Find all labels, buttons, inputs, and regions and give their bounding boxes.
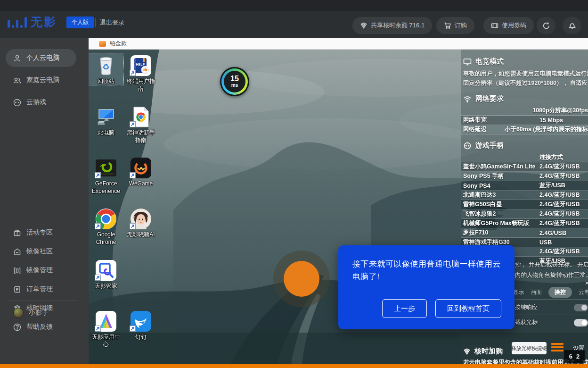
latency-floating-ball[interactable]: 15 ms [220, 67, 249, 96]
desktop-icon[interactable]: 终端用户指南 [123, 53, 158, 92]
desktop-icon-label: 无影晓颖AI [123, 231, 158, 238]
previous-step-button[interactable]: 上一步 [382, 299, 427, 318]
desktop-icon[interactable]: 无影应用中心 [89, 309, 123, 348]
desktop-icon[interactable]: 回收站 [89, 53, 123, 85]
gamepad-title: 游戏手柄 [475, 141, 504, 150]
bell-icon [568, 22, 576, 30]
gamepad-table-header: 连接方式 [461, 153, 588, 162]
shortcut-arrow-icon [130, 70, 136, 76]
notifications-button[interactable] [563, 17, 581, 34]
edition-badge: 个人版 [66, 17, 94, 28]
stat-badge: 6 2 [564, 350, 585, 363]
sidebar-item-label: 家庭云电脑 [26, 76, 59, 84]
stat-badge-left: 6 [569, 353, 572, 360]
refresh-button[interactable] [537, 17, 555, 34]
sidebar-item-label: 镜像社区 [26, 247, 53, 256]
shortcut-arrow-icon [130, 172, 136, 178]
desktop-icon[interactable]: WeGame [123, 156, 158, 187]
cart-icon [444, 22, 451, 29]
esports-section-header: 电竞模式 [461, 57, 588, 66]
logout-link[interactable]: 退出登录 [95, 18, 124, 27]
sidebar-item-icon [13, 285, 21, 293]
sidebar-item[interactable]: 帮助反馈 [6, 318, 76, 336]
sidebar-item[interactable]: 家庭云电脑 [6, 71, 76, 89]
settings-tab[interactable]: 画面 [531, 288, 542, 296]
desktop-icon-label: GeForce Experience [89, 180, 123, 195]
toggle-switch[interactable] [574, 319, 588, 326]
desktop-icon[interactable]: 此电脑 [89, 105, 123, 136]
voucher-label: 使用券码 [502, 21, 526, 30]
ticket-icon [491, 22, 498, 29]
sidebar-divider [7, 301, 77, 301]
touch-indicator-dot [284, 261, 319, 297]
gamepad-table-row: Sony PS4蓝牙/USB [461, 181, 588, 191]
desktop-icon[interactable]: Google Chrome [89, 207, 123, 246]
desktop-icon[interactable]: GeForce Experience [89, 156, 123, 195]
shortcut-arrow-icon [95, 172, 101, 178]
wifi-icon [463, 95, 472, 103]
purchase-title: 核时加购 [474, 347, 503, 356]
core-time-balance-label: 共享核时余额 716.1 [371, 21, 425, 30]
sidebar-item-label: 活动专区 [26, 228, 53, 237]
sidebar-user[interactable]: 小影子 [13, 308, 49, 318]
close-icon[interactable]: ✕ [585, 280, 588, 286]
gamepad-table-row: 罗技F7102.4G/USB [461, 228, 588, 238]
core-time-balance[interactable]: 共享核时余额 716.1 [352, 17, 432, 34]
bottom-accent-bar [0, 364, 588, 368]
esports-desc-line2: 固定分辨率（建议不超过1920*1080）， 自适应分辨率或 [461, 78, 588, 88]
tutorial-message: 接下来就可以像使用普通电脑一样使用云电脑了! [338, 245, 514, 283]
app-header: 无影 个人版 退出登录 共享核时余额 716.1 订购 使用券码 [0, 0, 588, 38]
sidebar-item[interactable]: 个人云电脑 [6, 49, 76, 67]
shortcut-arrow-icon [95, 326, 101, 332]
desktop-icon[interactable]: 无影管家 [89, 258, 123, 290]
wuying-client-window: 无影 个人版 退出登录 共享核时余额 716.1 订购 使用券码 个人云电脑 [0, 0, 588, 368]
settings-tab[interactable]: 操控 [548, 287, 572, 298]
settings-tab[interactable]: 云电脑功 [579, 288, 588, 296]
sidebar-item[interactable]: 镜像社区 [6, 243, 76, 260]
sidebar-item[interactable]: 活动专区 [6, 224, 76, 242]
order-label: 订购 [455, 21, 467, 30]
desktop-icon-label: 无影管家 [89, 282, 123, 290]
desktop-icon[interactable]: 无影晓颖AI [123, 207, 158, 238]
sidebar-item-label: 个人云电脑 [26, 54, 59, 62]
tutorial-dialog: 接下来就可以像使用普通电脑一样使用云电脑了! 上一步 回到教程首页 [338, 245, 514, 329]
desktop-icon-label: WeGame [123, 180, 158, 187]
sidebar-item-icon [13, 99, 21, 107]
sidebar-item-icon [13, 267, 21, 275]
network-section-header: 网络要求 [461, 94, 588, 103]
esports-desc-line1: 尊敬的用户，如您需要使用云电脑电竞模式运行游戏软件 [461, 69, 588, 78]
latency-value: 15 [230, 75, 239, 83]
desktop-icon[interactable]: 钉钉 [123, 309, 158, 341]
gamepad-table-row: 飞智冰原狼22.4G/蓝牙/USB [461, 209, 588, 219]
sidebar-item-label: 镜像管理 [26, 266, 53, 275]
desktop-app-icon [95, 54, 117, 77]
sidebar-item-label: 帮助反馈 [26, 323, 53, 331]
sidebar-item-icon [13, 54, 21, 62]
gamepad-table-row: 机械师G5Pro Max畅玩版2.4G/蓝牙/USB [461, 219, 588, 228]
settings-desc-line2: 内的人物角色旋转动作正常。 [515, 271, 588, 279]
shortcut-arrow-icon [95, 223, 101, 229]
order-button[interactable]: 订购 [436, 17, 474, 34]
back-to-tutorial-home-button[interactable]: 回到教程首页 [435, 299, 501, 318]
sidebar-item[interactable]: 镜像管理 [6, 261, 76, 279]
toggle-switch[interactable] [574, 304, 588, 311]
sidebar-item-label: 订单管理 [26, 285, 53, 293]
sidebar-item[interactable]: 订单管理 [6, 280, 76, 298]
user-name: 小影子 [29, 309, 49, 317]
shortcut-arrow-icon [95, 275, 101, 281]
cloud-desktop-viewport[interactable]: 电竞模式 尊敬的用户，如您需要使用云电脑电竞模式运行游戏软件 固定分辨率（建议不… [89, 50, 588, 364]
sidebar-item[interactable]: 云游戏 [6, 93, 76, 111]
sidebar-item-label: 云游戏 [26, 98, 46, 107]
voucher-button[interactable]: 使用券码 [483, 17, 534, 34]
session-tab-title[interactable]: 铂金款 [110, 40, 127, 48]
desktop-icon[interactable]: 黑神话新手指南 [123, 105, 158, 144]
settings-desc-line1: 控， 并开启截获光标。 开启后， [515, 261, 588, 269]
sidebar-item-icon [13, 248, 21, 256]
settings-toggle-row: 截获光标 [515, 318, 588, 326]
sidebar-item-icon [13, 229, 21, 237]
shortcut-arrow-icon [130, 121, 136, 127]
sidebar-item-icon [13, 323, 21, 331]
settings-toggle-label: 按键响应 [515, 303, 538, 311]
monitor-icon [463, 58, 472, 66]
desktop-icon-label: 此电脑 [89, 129, 123, 136]
